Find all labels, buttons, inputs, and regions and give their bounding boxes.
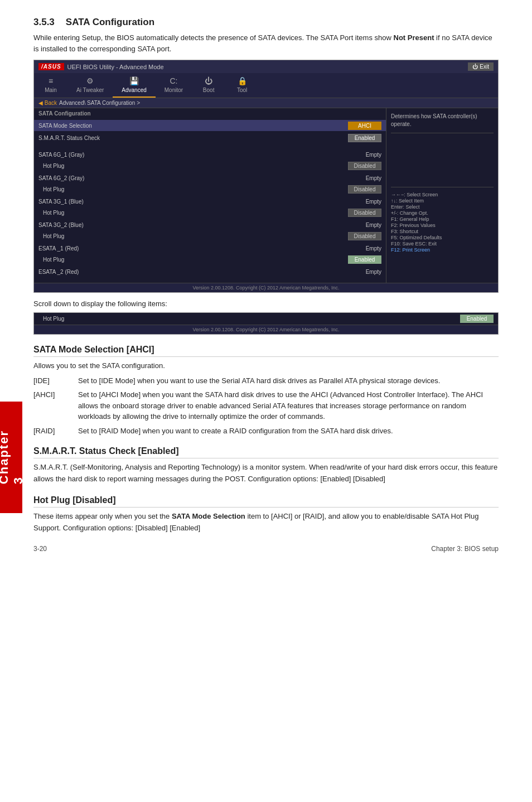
content-section-smart: S.M.A.R.T. Status Check [Enabled] S.M.A.… [33,446,499,485]
bios-exit-button[interactable]: ⏻ Exit [468,62,494,71]
bios-settings-panel: SATA Configuration SATA Mode Selection A… [34,108,386,283]
page-footer: 3-20 Chapter 3: BIOS setup [33,545,499,553]
shortcut-f1: F1: General Help [391,216,494,222]
smart-label: S.M.A.R.T. Status Check [38,135,348,141]
smart-value: Enabled [348,134,381,142]
sata3g1-label: SATA 3G_1 (Blue) [38,199,366,205]
def-ide-term: [IDE] [33,375,78,386]
snippet-hotplug-row: Hot Plug Enabled [34,313,498,325]
sata6g1-value: Empty [366,152,381,158]
bios-row-sata-mode[interactable]: SATA Mode Selection AHCI [34,120,386,131]
bios-row-hotplug3[interactable]: Hot Plug Disabled [34,207,386,218]
sata3g2-value: Empty [366,222,381,228]
bios-help-text: Determines how SATA controller(s) operat… [391,113,494,128]
sata6g2-label: SATA 6G_2 (Gray) [38,175,366,181]
main-icon: ≡ [49,76,53,85]
shortcut-change: +/-: Change Opt. [391,210,494,216]
def-ahci: [AHCI] Set to [AHCI Mode] when you want … [33,389,499,422]
monitor-icon: C: [170,76,177,85]
def-raid: [RAID] Set to [RAID Mode] when you want … [33,426,499,437]
breadcrumb-path: Advanced\ SATA Configuration > [59,100,140,106]
snippet-version-bar: Version 2.00.1208. Copyright (C) 2012 Am… [34,325,498,334]
sata3g2-label: SATA 3G_2 (Blue) [38,222,366,228]
bios-row-esata1[interactable]: ESATA _1 (Red) Empty [34,243,386,254]
hotplug4-value: Disabled [348,232,381,240]
shortcut-f2: F2: Previous Values [391,223,494,228]
bios-shortcuts: →←−: Select Screen ↑↓: Select Item Enter… [391,192,494,253]
hotplug4-label: Hot Plug [43,233,348,239]
snippet-hotplug-label: Hot Plug [43,316,460,322]
sata6g1-label: SATA 6G_1 (Gray) [38,152,366,158]
bios-row-sata3g1[interactable]: SATA 3G_1 (Blue) Empty [34,196,386,207]
content-title-smart: S.M.A.R.T. Status Check [Enabled] [33,446,499,458]
tool-icon: 🔒 [238,76,247,85]
def-ahci-term: [AHCI] [33,389,78,422]
content-title-hotplug: Hot Plug [Disabled] [33,495,499,508]
intro-paragraph: While entering Setup, the BIOS automatic… [33,32,499,54]
hotplug5-value: Enabled [348,255,381,264]
bios-row-hotplug1[interactable]: Hot Plug Disabled [34,160,386,171]
footer-chapter-title: Chapter 3: BIOS setup [431,545,499,553]
hotplug5-label: Hot Plug [43,257,348,263]
chapter-sidebar: Chapter3 [0,402,22,513]
hotplug1-label: Hot Plug [43,163,348,169]
shortcut-enter: Enter: Select [391,204,494,210]
footer-page-number: 3-20 [33,545,47,553]
nav-ai-tweaker[interactable]: ⚙ Ai Tweaker [67,73,113,98]
sata6g2-value: Empty [366,175,381,181]
bios-content: SATA Configuration SATA Mode Selection A… [34,108,498,283]
content-section-hotplug: Hot Plug [Disabled] These items appear o… [33,495,499,534]
def-ide: [IDE] Set to [IDE Mode] when you want to… [33,375,499,386]
section-number: 3.5.3 [33,17,55,28]
content-title-sata-mode: SATA Mode Selection [AHCI] [33,345,499,357]
bios-row-hotplug2[interactable]: Hot Plug Disabled [34,183,386,195]
bios-window: /ASUS UEFI BIOS Utility - Advanced Mode … [33,60,499,293]
bios-row-sata6g1[interactable]: SATA 6G_1 (Gray) Empty [34,149,386,160]
hotplug1-value: Disabled [348,162,381,170]
bios-row-hotplug5[interactable]: Hot Plug Enabled [34,254,386,265]
bios-titlebar: /ASUS UEFI BIOS Utility - Advanced Mode … [34,60,498,73]
esata2-label: ESATA _2 (Red) [38,269,366,275]
def-raid-term: [RAID] [33,426,78,437]
scroll-note: Scroll down to display the following ite… [33,299,499,308]
sata3g1-value: Empty [366,199,381,205]
content-intro-sata-mode: Allows you to set the SATA configuration… [33,360,499,372]
def-ahci-desc: Set to [AHCI Mode] when you want the SAT… [78,389,499,422]
nav-advanced[interactable]: 💾 Advanced [113,73,155,98]
bios-logo: /ASUS [38,63,64,70]
bios-row-hotplug4[interactable]: Hot Plug Disabled [34,230,386,241]
hotplug3-label: Hot Plug [43,210,348,216]
shortcut-f5: F5: Optimized Defaults [391,235,494,240]
sata-mode-value: AHCI [348,122,381,130]
exit-icon: ⏻ [472,64,478,70]
content-para-smart: S.M.A.R.T. (Self-Monitoring, Analysis an… [33,462,499,485]
bios-version-bar: Version 2.00.1208. Copyright (C) 2012 Am… [34,283,498,292]
nav-main[interactable]: ≡ Main [34,73,67,98]
bios-row-sata3g2[interactable]: SATA 3G_2 (Blue) Empty [34,219,386,230]
advanced-icon: 💾 [129,76,139,85]
nav-tool[interactable]: 🔒 Tool [225,73,259,98]
sata-mode-label: SATA Mode Selection [38,123,348,129]
nav-monitor[interactable]: C: Monitor [156,73,192,98]
esata2-value: Empty [366,269,381,275]
breadcrumb: ◀ Back Advanced\ SATA Configuration > [34,98,498,108]
bios-section-label: SATA Configuration [34,108,386,119]
back-button[interactable]: ◀ Back [38,100,57,106]
section-title: SATA Configuration [66,17,154,28]
esata1-label: ESATA _1 (Red) [38,245,366,252]
def-raid-desc: Set to [RAID Mode] when you want to crea… [78,426,499,437]
nav-boot[interactable]: ⏻ Boot [192,73,225,98]
shortcut-select-screen: →←−: Select Screen [391,192,494,197]
shortcut-f12: F12: Print Screen [391,247,494,253]
shortcut-f3: F3: Shortcut [391,229,494,234]
bios-row-smart[interactable]: S.M.A.R.T. Status Check Enabled [34,132,386,143]
content-section-sata-mode: SATA Mode Selection [AHCI] Allows you to… [33,345,499,436]
bios-row-esata2[interactable]: ESATA _2 (Red) Empty [34,266,386,277]
def-ide-desc: Set to [IDE Mode] when you want to use t… [78,375,499,386]
bios-row-sata6g2[interactable]: SATA 6G_2 (Gray) Empty [34,172,386,183]
tweaker-icon: ⚙ [86,76,94,85]
bios-help-panel: Determines how SATA controller(s) operat… [386,108,498,283]
bios-titlebar-left: /ASUS UEFI BIOS Utility - Advanced Mode [38,63,164,70]
snippet-hotplug-value: Enabled [460,315,494,323]
help-divider [391,133,494,133]
